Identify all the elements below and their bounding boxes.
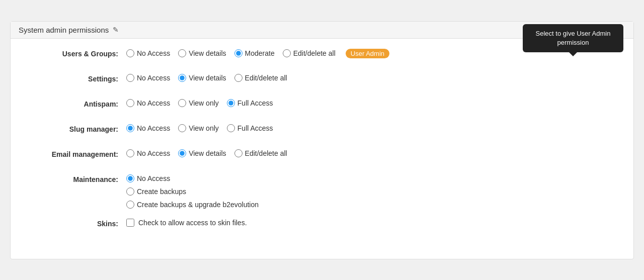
label-skins: Skins: [26, 219, 126, 228]
radio-em-edit-delete[interactable] [234, 149, 243, 157]
radio-option-m-create-backups[interactable]: Create backups [126, 188, 259, 196]
radio-label-s-view-details: View details [189, 74, 226, 82]
radio-option-em-edit-delete[interactable]: Edit/delete all [234, 149, 287, 157]
checkbox-sk-allow[interactable] [126, 219, 134, 227]
radio-option-a-view-only[interactable]: View only [178, 99, 219, 107]
label-slug-manager: Slug manager: [26, 124, 126, 133]
checkbox-option-sk-allow[interactable]: Check to allow access to skin files. [126, 219, 247, 227]
radio-m-create-backups[interactable] [126, 188, 134, 196]
radio-label-ug-no-access: No Access [137, 49, 170, 57]
radio-option-sm-full-access[interactable]: Full Access [227, 124, 273, 132]
label-settings: Settings: [26, 74, 126, 83]
radio-label-ug-edit-delete: Edit/delete all [293, 49, 336, 57]
radio-label-em-edit-delete: Edit/delete all [245, 149, 287, 157]
label-users-groups: Users & Groups: [26, 49, 126, 58]
radio-sm-full-access[interactable] [227, 124, 235, 132]
radio-a-no-access[interactable] [126, 99, 134, 107]
radio-label-ug-view-details: View details [189, 49, 226, 57]
radio-option-ug-view-details[interactable]: View details [178, 49, 226, 57]
radio-s-view-details[interactable] [178, 74, 186, 82]
radio-s-no-access[interactable] [126, 74, 134, 82]
radio-m-create-upgrade[interactable] [126, 201, 134, 209]
radio-label-s-edit-delete: Edit/delete all [245, 74, 287, 82]
radio-ug-no-access[interactable] [126, 49, 134, 57]
options-skins: Check to allow access to skin files. [126, 219, 247, 227]
radio-label-em-view-details: View details [189, 149, 226, 157]
radio-option-ug-no-access[interactable]: No Access [126, 49, 170, 57]
radio-option-ug-moderate[interactable]: Moderate [234, 49, 275, 57]
checkbox-label-sk-allow: Check to allow access to skin files. [138, 219, 247, 227]
radio-label-m-create-upgrade: Create backups & upgrade b2evolution [137, 201, 259, 209]
options-email-management: No AccessView detailsEdit/delete all [126, 149, 293, 157]
row-maintenance: Maintenance:No AccessCreate backupsCreat… [26, 174, 618, 209]
radio-label-sm-view-only: View only [189, 124, 219, 132]
radio-option-s-edit-delete[interactable]: Edit/delete all [234, 74, 287, 82]
row-skins: Skins:Check to allow access to skin file… [26, 219, 618, 234]
radio-sm-no-access[interactable] [126, 124, 134, 132]
radio-label-ug-moderate: Moderate [245, 49, 275, 57]
radio-label-m-create-backups: Create backups [137, 188, 186, 196]
options-maintenance: No AccessCreate backupsCreate backups & … [126, 174, 259, 209]
radio-option-a-no-access[interactable]: No Access [126, 99, 170, 107]
label-maintenance: Maintenance: [26, 174, 126, 183]
row-email-management: Email management:No AccessView detailsEd… [26, 149, 618, 164]
radio-label-em-no-access: No Access [137, 149, 170, 157]
radio-label-a-view-only: View only [189, 99, 219, 107]
radio-option-a-full-access[interactable]: Full Access [227, 99, 273, 107]
radio-option-m-no-access[interactable]: No Access [126, 174, 259, 182]
label-antispam: Antispam: [26, 99, 126, 108]
radio-label-a-no-access: No Access [137, 99, 170, 107]
radio-option-s-view-details[interactable]: View details [178, 74, 226, 82]
radio-label-sm-no-access: No Access [137, 124, 170, 132]
radio-s-edit-delete[interactable] [234, 74, 243, 82]
row-slug-manager: Slug manager:No AccessView onlyFull Acce… [26, 124, 618, 139]
user-admin-tooltip: Select to give User Admin permission [523, 24, 623, 52]
radio-ug-moderate[interactable] [234, 49, 243, 57]
radio-label-a-full-access: Full Access [237, 99, 273, 107]
options-antispam: No AccessView onlyFull Access [126, 99, 279, 107]
radio-a-full-access[interactable] [227, 99, 235, 107]
row-antispam: Antispam:No AccessView onlyFull Access [26, 99, 618, 114]
radio-label-sm-full-access: Full Access [237, 124, 273, 132]
panel-header: System admin permissions ✎ Select to giv… [11, 22, 633, 39]
radio-option-ug-edit-delete[interactable]: Edit/delete all [283, 49, 336, 57]
options-slug-manager: No AccessView onlyFull Access [126, 124, 279, 132]
edit-icon[interactable]: ✎ [113, 26, 119, 34]
radio-option-em-no-access[interactable]: No Access [126, 149, 170, 157]
radio-label-m-no-access: No Access [137, 174, 170, 182]
radio-option-m-create-upgrade[interactable]: Create backups & upgrade b2evolution [126, 201, 259, 209]
permissions-panel: System admin permissions ✎ Select to giv… [10, 21, 634, 259]
radio-em-view-details[interactable] [178, 149, 186, 157]
radio-ug-view-details[interactable] [178, 49, 186, 57]
radio-sm-view-only[interactable] [178, 124, 186, 132]
radio-m-no-access[interactable] [126, 174, 134, 182]
panel-body: Users & Groups:No AccessView detailsMode… [11, 39, 633, 259]
options-settings: No AccessView detailsEdit/delete all [126, 74, 293, 82]
radio-ug-edit-delete[interactable] [283, 49, 291, 57]
radio-option-sm-no-access[interactable]: No Access [126, 124, 170, 132]
radio-em-no-access[interactable] [126, 149, 134, 157]
options-users-groups: No AccessView detailsModerateEdit/delete… [126, 49, 389, 58]
label-email-management: Email management: [26, 149, 126, 158]
radio-option-sm-view-only[interactable]: View only [178, 124, 219, 132]
panel-title: System admin permissions [19, 26, 109, 34]
user-admin-badge[interactable]: User Admin [346, 49, 389, 58]
radio-a-view-only[interactable] [178, 99, 186, 107]
row-settings: Settings:No AccessView detailsEdit/delet… [26, 74, 618, 89]
radio-option-s-no-access[interactable]: No Access [126, 74, 170, 82]
radio-label-s-no-access: No Access [137, 74, 170, 82]
radio-option-em-view-details[interactable]: View details [178, 149, 226, 157]
